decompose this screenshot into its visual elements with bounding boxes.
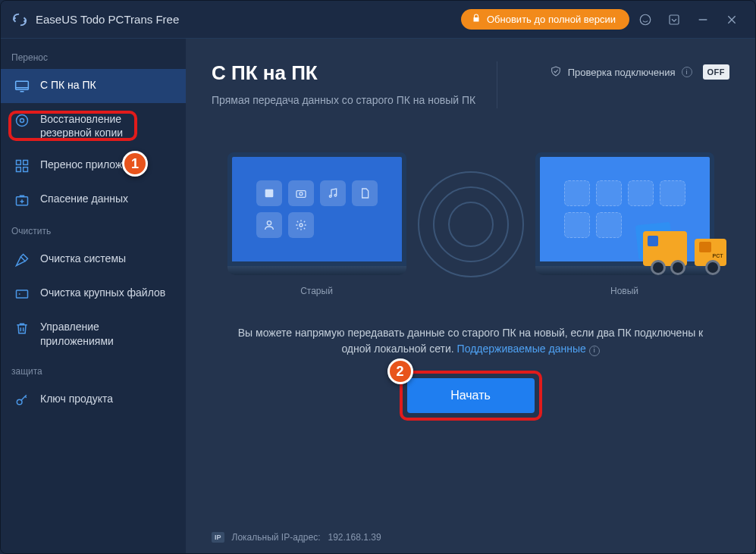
section-transfer-label: Перенос [1,43,186,69]
key-icon [14,393,30,408]
svg-rect-10 [17,290,28,298]
ip-row: IP Локальный IP-адрес: 192.168.1.39 [212,532,381,543]
app-tile-icon [256,180,282,206]
svg-rect-7 [17,167,21,172]
empty-tile-icon [564,180,590,206]
music-icon [320,180,346,206]
shield-check-icon [550,65,562,80]
svg-point-3 [17,115,28,127]
empty-tile-icon [596,180,622,206]
old-pc-label: Старый [227,286,406,296]
svg-point-16 [334,194,337,196]
apps-icon [14,158,30,174]
header-row: С ПК на ПК Прямая передача данных со ста… [212,61,729,108]
sidebar-item-label: Восстановление резервной копии [40,112,172,139]
svg-point-11 [17,399,22,405]
user-icon [256,212,282,238]
page-title: С ПК на ПК [212,61,475,85]
sidebar-item-label: Спасение данных [40,192,128,205]
svg-point-18 [300,224,303,227]
section-protect-label: защита [1,357,186,383]
sidebar-item-label: Ключ продукта [40,392,113,405]
main-panel: С ПК на ПК Прямая передача данных со ста… [186,39,755,553]
sidebar-item-system-cleanup[interactable]: Очистка системы [1,243,186,277]
titlebar: EaseUS Todo PCTrans Free Обновить до пол… [1,1,755,39]
upgrade-button[interactable]: Обновить до полной версии [461,9,629,30]
svg-point-14 [300,192,303,196]
menu-icon[interactable] [661,7,687,33]
svg-rect-13 [296,191,306,198]
app-logo: EaseUS Todo PCTrans Free [11,11,179,28]
empty-tile-icon [564,212,590,238]
description-text: Вы можете напрямую передавать данные со … [212,325,729,357]
sidebar-item-product-key[interactable]: Ключ продукта [1,383,186,417]
supported-data-link[interactable]: Поддерживаемые данные i [457,343,600,355]
sidebar-item-label: Перенос приложений [40,158,146,171]
page-subtitle: Прямая передача данных со старого ПК на … [212,92,475,108]
svg-rect-5 [17,161,21,165]
sidebar-item-large-file-cleanup[interactable]: Очистка крупных файлов [1,277,186,311]
sidebar: Перенос С ПК на ПК Восстановление резерв… [1,39,186,553]
connection-check[interactable]: Проверка подключения i [550,65,692,80]
monitor-icon [14,79,30,94]
sidebar-item-pc-to-pc[interactable]: С ПК на ПК [1,69,186,103]
start-area: Начать 2 [212,378,729,413]
close-button[interactable] [719,7,745,33]
svg-rect-2 [16,81,29,89]
svg-point-0 [640,14,651,25]
section-clean-label: Очистить [1,217,186,243]
info-icon[interactable]: i [682,67,692,77]
svg-point-17 [267,221,271,225]
brand-icon [11,11,28,28]
storage-icon [14,286,30,302]
start-button[interactable]: Начать [407,378,535,413]
app-title: EaseUS Todo PCTrans Free [36,13,179,26]
app-window: EaseUS Todo PCTrans Free Обновить до пол… [0,0,756,554]
old-pc-graphic: Старый [227,152,406,296]
trash-icon [14,321,30,336]
sidebar-item-label: С ПК на ПК [40,78,96,92]
ip-value: 192.168.1.39 [328,532,381,543]
minimize-button[interactable] [690,7,716,33]
settings-icon [288,212,314,238]
empty-tile-icon [628,180,654,206]
info-icon: i [589,346,600,356]
upgrade-label: Обновить до полной версии [487,14,616,25]
new-pc-graphic: W PCT Новый [535,152,714,296]
sidebar-item-label: Управление приложениями [40,320,172,347]
feedback-icon[interactable] [632,7,658,33]
ip-badge-icon: IP [212,532,224,543]
svg-rect-8 [24,167,28,172]
disc-icon [14,113,30,128]
transfer-illustration: Старый [212,152,729,296]
transfer-waves-icon [437,167,505,281]
document-icon [352,180,378,206]
svg-rect-12 [265,189,273,198]
broom-icon [14,252,30,268]
lock-icon [472,14,481,25]
content-area: Перенос С ПК на ПК Восстановление резерв… [1,39,755,553]
sidebar-item-app-management[interactable]: Управление приложениями [1,311,186,356]
connection-check-label: Проверка подключения [568,67,676,78]
truck-icon: PCT [643,224,734,280]
ip-label: Локальный IP-адрес: [232,532,321,543]
svg-point-15 [329,196,331,198]
truck-label: PCT [713,253,723,258]
empty-tile-icon [660,180,685,206]
sidebar-item-data-rescue[interactable]: Спасение данных [1,183,186,217]
sidebar-item-label: Очистка системы [40,252,126,265]
connection-toggle-off[interactable]: OFF [703,64,730,80]
new-pc-label: Новый [535,286,714,296]
empty-tile-icon [596,212,622,238]
sidebar-item-label: Очистка крупных файлов [40,286,165,299]
medkit-icon [14,192,30,208]
svg-rect-6 [24,161,28,165]
svg-rect-1 [670,15,679,24]
sidebar-item-app-migration[interactable]: Перенос приложений [1,149,186,183]
camera-icon [288,180,314,206]
sidebar-item-backup-restore[interactable]: Восстановление резервной копии [1,103,186,149]
svg-point-4 [20,119,24,123]
